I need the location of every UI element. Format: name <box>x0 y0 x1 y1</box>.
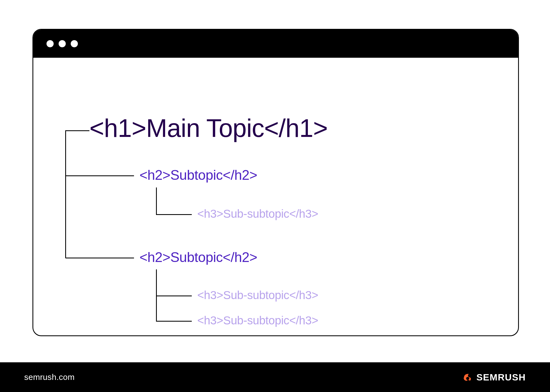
semrush-flame-icon <box>462 372 472 382</box>
connector-line <box>65 130 66 258</box>
window-dot-icon <box>71 40 78 47</box>
connector-line <box>156 296 192 296</box>
heading-h3-3: <h3>Sub-subtopic</h3> <box>197 314 318 327</box>
heading-h2-1: <h2>Subtopic</h2> <box>139 167 257 183</box>
svg-point-0 <box>466 377 469 380</box>
footer: semrush.com SEMRUSH <box>0 362 550 392</box>
heading-h3-1: <h3>Sub-subtopic</h3> <box>197 207 318 220</box>
heading-h2-2: <h2>Subtopic</h2> <box>139 249 257 265</box>
footer-url: semrush.com <box>24 372 75 382</box>
window-dot-icon <box>46 40 54 47</box>
connector-line <box>65 175 134 176</box>
connector-line <box>65 130 89 131</box>
connector-line <box>65 258 134 258</box>
connector-line <box>156 214 192 215</box>
heading-h1: <h1>Main Topic</h1> <box>89 114 328 143</box>
heading-h3-2: <h3>Sub-subtopic</h3> <box>197 289 318 302</box>
window-dot-icon <box>59 40 66 47</box>
browser-titlebar <box>33 30 518 58</box>
brand-name: SEMRUSH <box>476 372 526 383</box>
connector-line <box>156 321 192 322</box>
diagram-content: <h1>Main Topic</h1> <h2>Subtopic</h2> <h… <box>33 58 518 335</box>
browser-window: <h1>Main Topic</h1> <h2>Subtopic</h2> <h… <box>32 29 519 336</box>
brand-logo: SEMRUSH <box>462 372 526 383</box>
connector-line <box>156 187 157 215</box>
